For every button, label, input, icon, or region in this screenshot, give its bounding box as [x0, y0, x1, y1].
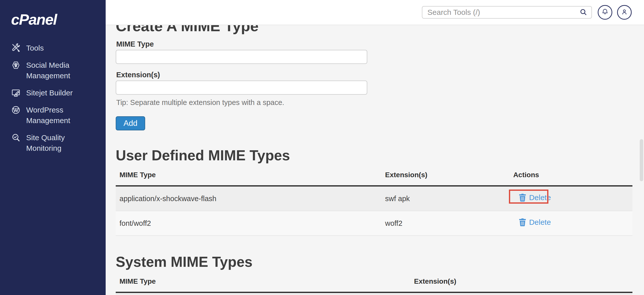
extensions-cell: ez — [410, 292, 632, 295]
sidebar-item-label: Site Quality Monitoring — [26, 132, 101, 154]
delete-label: Delete — [529, 193, 551, 202]
actions-cell: Delete — [509, 186, 632, 211]
extensions-tip: Tip: Separate multiple extension types w… — [116, 98, 632, 107]
bell-icon — [601, 8, 609, 17]
user-icon — [620, 8, 628, 17]
monitor-pen-icon — [11, 88, 21, 98]
sidebar-item-wordpress[interactable]: WordPress Management — [11, 105, 101, 126]
search-icon[interactable] — [579, 8, 587, 16]
system-mime-title: System MIME Types — [116, 252, 632, 272]
main-content: Create A MIME Type MIME Type Extension(s… — [106, 0, 644, 295]
delete-label: Delete — [529, 218, 551, 227]
actions-cell: Delete — [509, 211, 632, 236]
column-header-extensions: Extension(s) — [381, 165, 509, 186]
table-header-row: MIME Type Extension(s) Actions — [116, 165, 632, 186]
sidebar-item-label: WordPress Management — [26, 105, 101, 126]
extensions-label: Extension(s) — [116, 70, 632, 79]
user-defined-title: User Defined MIME Types — [116, 145, 632, 165]
table-row: font/woff2 woff2 Delete — [116, 211, 632, 236]
mime-type-label: MIME Type — [116, 40, 632, 48]
cpanel-logo[interactable]: cPanel — [11, 10, 106, 29]
column-header-mime-type: MIME Type — [116, 165, 381, 186]
trash-icon — [519, 193, 526, 202]
extensions-cell: woff2 — [381, 211, 509, 236]
bee-hexagon-icon — [11, 60, 21, 70]
column-header-actions: Actions — [509, 165, 632, 186]
delete-button[interactable]: Delete — [519, 193, 551, 202]
system-table: MIME Type Extension(s) application/andre… — [116, 272, 632, 295]
top-header — [106, 0, 644, 25]
column-header-mime-type: MIME Type — [116, 272, 410, 292]
sidebar-nav: Tools Social Media Management — [0, 43, 106, 154]
extensions-input[interactable] — [116, 81, 367, 95]
search-input[interactable] — [422, 6, 592, 19]
column-header-extensions: Extension(s) — [410, 272, 632, 292]
notifications-button[interactable] — [598, 5, 612, 20]
mime-type-input[interactable] — [116, 50, 367, 64]
account-button[interactable] — [617, 5, 632, 20]
sidebar-item-label: Social Media Management — [26, 60, 101, 81]
sidebar-item-site-quality[interactable]: Site Quality Monitoring — [11, 132, 101, 154]
table-row: application/andrew-inset ez — [116, 292, 632, 295]
magnifier-check-icon — [11, 133, 21, 142]
delete-button[interactable]: Delete — [519, 218, 551, 227]
scrollbar-thumb[interactable] — [640, 139, 643, 181]
sidebar-item-sitejet[interactable]: Sitejet Builder — [11, 88, 101, 98]
user-defined-table: MIME Type Extension(s) Actions applicati… — [116, 165, 632, 236]
sidebar-item-tools[interactable]: Tools — [11, 43, 101, 53]
table-header-row: MIME Type Extension(s) — [116, 272, 632, 292]
extensions-cell: swf apk — [381, 186, 509, 211]
sidebar-item-label: Tools — [26, 43, 44, 53]
trash-icon — [519, 218, 526, 227]
table-row: application/x-shockwave-flash swf apk De… — [116, 186, 632, 211]
mime-type-cell: application/andrew-inset — [116, 292, 410, 295]
add-button[interactable]: Add — [116, 116, 145, 130]
mime-type-cell: application/x-shockwave-flash — [116, 186, 381, 211]
sidebar: cPanel Tools Soc — [0, 0, 106, 295]
wordpress-icon — [11, 105, 21, 115]
search-bar — [422, 6, 592, 19]
sidebar-item-label: Sitejet Builder — [26, 88, 73, 98]
tools-icon — [11, 43, 21, 53]
sidebar-item-social-media[interactable]: Social Media Management — [11, 60, 101, 81]
mime-type-cell: font/woff2 — [116, 211, 381, 236]
